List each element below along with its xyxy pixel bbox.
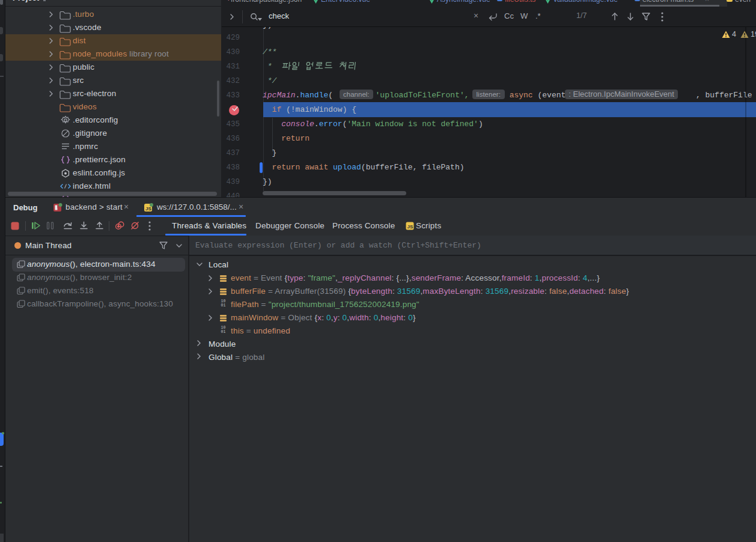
svg-text:JS: JS — [407, 224, 413, 230]
svg-text:JS: JS — [145, 206, 151, 212]
